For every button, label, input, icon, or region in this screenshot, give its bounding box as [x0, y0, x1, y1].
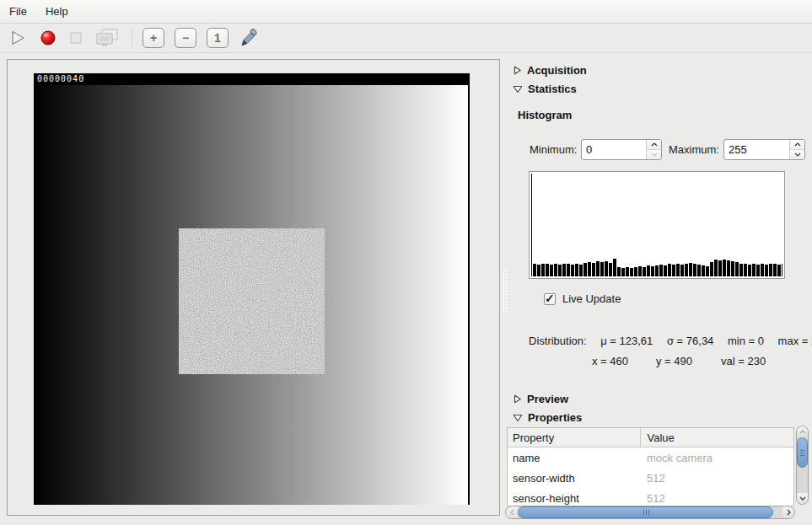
histogram-bar [664, 265, 667, 276]
distribution-max: max = 255 [778, 335, 812, 347]
screens-icon [94, 28, 120, 48]
screens-button[interactable] [94, 28, 120, 48]
chevron-down-icon [799, 496, 806, 501]
grip-icon [643, 510, 651, 515]
property-name-cell: name [508, 447, 640, 469]
histogram-bar [731, 261, 734, 276]
histogram-bar [773, 264, 777, 276]
zoom-out-button[interactable]: − [175, 28, 196, 48]
histogram-bar [769, 264, 772, 276]
histogram-bar [714, 260, 718, 276]
histogram-bar [609, 263, 612, 276]
scroll-right-button[interactable] [782, 506, 794, 518]
minimum-spin-down-button[interactable] [647, 149, 661, 159]
histogram-bar [735, 262, 739, 276]
minimum-spinbox[interactable] [581, 139, 662, 160]
menu-help[interactable]: Help [36, 0, 78, 23]
expander-collapsed-icon [513, 394, 522, 404]
table-row[interactable]: namemock camera [508, 447, 793, 469]
statistics-label: Statistics [528, 83, 577, 95]
color-picker-button[interactable] [239, 28, 259, 48]
expander-acquisition[interactable]: Acquisition [513, 64, 587, 77]
record-icon [40, 29, 56, 46]
histogram-bar [680, 265, 684, 276]
chevron-down-icon [651, 153, 658, 157]
property-column-header[interactable]: Property [508, 428, 640, 447]
histogram-bar [596, 261, 600, 276]
histogram-plot [529, 171, 785, 279]
histogram-bar [744, 264, 747, 276]
histogram-bars [533, 251, 782, 276]
cursor-val: val = 230 [721, 355, 766, 367]
chevron-up-icon [794, 142, 801, 147]
zoom-in-button[interactable]: + [143, 28, 164, 48]
histogram-bar [626, 267, 629, 276]
properties-vertical-scrollbar[interactable] [796, 426, 809, 505]
scroll-up-button[interactable] [797, 426, 808, 437]
property-value-cell[interactable]: 512 [640, 488, 793, 506]
play-button[interactable] [8, 29, 27, 47]
toolbar: + − 1 [0, 24, 812, 53]
expander-preview[interactable]: Preview [513, 393, 568, 405]
scroll-down-button[interactable] [797, 493, 808, 504]
expander-statistics[interactable]: Statistics [513, 83, 577, 95]
histogram-bar [558, 265, 562, 276]
gradient-test-pattern [34, 85, 470, 505]
maximum-input[interactable] [724, 140, 789, 159]
histogram-label: Histogram [518, 109, 572, 121]
vertical-scrollbar-trough[interactable] [797, 468, 808, 493]
stop-button[interactable] [70, 32, 82, 44]
chevron-up-icon [799, 430, 806, 434]
record-button[interactable] [40, 29, 56, 46]
histogram-bar [706, 266, 709, 276]
zoom-out-icon: − [182, 31, 189, 45]
chevron-right-icon [787, 509, 791, 516]
histogram-range-row: Minimum: Maximum: [507, 139, 812, 161]
minimum-input[interactable] [582, 140, 646, 159]
histogram-bar [710, 262, 713, 276]
histogram-bar [756, 265, 760, 276]
properties-horizontal-scrollbar[interactable] [505, 506, 795, 519]
histogram-bar [541, 264, 545, 276]
live-update-checkbox[interactable]: ✓ [544, 293, 556, 305]
histogram-bar [782, 264, 782, 276]
camera-image[interactable]: 00000040 [34, 73, 470, 505]
maximum-spin-down-button[interactable] [790, 149, 804, 159]
property-value-cell[interactable]: 512 [640, 468, 793, 488]
chevron-left-icon [510, 509, 514, 516]
horizontal-scrollbar-thumb[interactable] [518, 506, 773, 518]
histogram-bar [546, 264, 549, 276]
table-row[interactable]: sensor-width512 [508, 468, 793, 488]
expander-properties[interactable]: Properties [513, 411, 582, 424]
vertical-scrollbar-thumb[interactable] [797, 437, 808, 468]
menubar: File Help [0, 0, 812, 24]
minimum-label: Minimum: [530, 143, 577, 156]
histogram-bar [727, 260, 730, 276]
distribution-stats-line: Distribution: μ = 123,61 σ = 76,34 min =… [529, 335, 812, 347]
cursor-y: y = 490 [656, 355, 692, 367]
menu-file[interactable]: File [0, 0, 36, 23]
property-value-cell[interactable]: mock camera [640, 447, 793, 469]
histogram-bar [723, 260, 726, 276]
live-update-label: Live Update [562, 292, 621, 305]
histogram-y-axis [531, 174, 532, 276]
histogram-bar [685, 264, 688, 276]
chevron-up-icon [651, 142, 658, 147]
scroll-left-button[interactable] [506, 506, 518, 518]
property-name-cell: sensor-height [508, 488, 640, 506]
histogram-bar [697, 265, 701, 276]
histogram-bar [647, 265, 650, 276]
value-column-header[interactable]: Value [640, 428, 793, 447]
histogram-bar [702, 265, 705, 276]
minimum-spin-up-button[interactable] [647, 140, 661, 149]
zoom-normal-button[interactable]: 1 [207, 28, 229, 48]
maximum-spin-up-button[interactable] [790, 140, 804, 149]
table-row[interactable]: sensor-height512 [508, 488, 793, 506]
eyedropper-icon [239, 28, 259, 48]
horizontal-scrollbar-trough[interactable] [773, 506, 782, 518]
properties-table: Property Value namemock camerasensor-wid… [507, 427, 794, 506]
histogram-bar [617, 267, 621, 276]
histogram-bar [537, 265, 540, 276]
histogram-bar [752, 264, 756, 276]
maximum-spinbox[interactable] [723, 139, 805, 160]
